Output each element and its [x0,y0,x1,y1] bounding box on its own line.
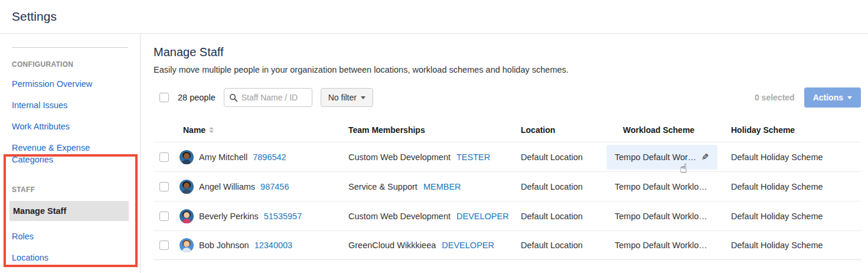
staff-id-link[interactable]: 12340003 [254,240,293,250]
location-value: Default Location [521,240,583,250]
staff-name: Beverly Perkins [199,212,259,221]
app-header: Settings [0,0,868,34]
column-header[interactable]: Holiday Scheme [731,125,861,135]
settings-sidebar: CONFIGURATION Permission Overview Intern… [0,34,141,273]
holiday-scheme-value: Default Holiday Scheme [731,182,823,191]
sidebar-section-heading-configuration: CONFIGURATION [12,60,128,69]
people-count: 28 people [178,93,216,102]
caret-down-icon [847,96,852,99]
avatar-face [184,241,190,247]
staff-id-link[interactable]: 51535957 [264,212,302,221]
sidebar-divider [12,47,128,48]
team-name: Custom Web Development [348,152,451,162]
team-name: Service & Support [348,182,417,191]
column-header-label: Team Memberships [348,125,425,135]
staff-toolbar: 28 people No filter 0 selected Actions [154,87,861,108]
sidebar-item[interactable]: Internal Issues [12,99,116,111]
row-checkbox[interactable] [159,182,169,191]
workload-scheme-cell[interactable]: Tempo Default Worklo… ✎ [606,175,716,199]
holiday-scheme-value: Default Holiday Scheme [731,152,823,162]
workload-scheme-value: Tempo Default Wor… [615,152,696,162]
main-content: Manage Staff Easily move multiple people… [141,34,868,273]
staff-id-link[interactable]: 7896542 [253,152,286,162]
sidebar-item[interactable]: Manage Staff [9,201,129,221]
row-checkbox[interactable] [159,152,169,162]
column-header[interactable]: Location [521,125,623,135]
filter-dropdown-button[interactable]: No filter [321,88,373,107]
row-checkbox[interactable] [159,240,169,250]
workload-scheme-cell[interactable]: Tempo Default Worklo… ✎ [606,204,716,228]
avatar [180,150,194,164]
column-header-label: Name [183,125,205,135]
staff-name: Bob Johnson [199,240,249,250]
holiday-scheme-value: Default Holiday Scheme [731,212,823,221]
sidebar-item[interactable]: Locations [12,252,116,264]
location-value: Default Location [521,182,583,191]
column-header[interactable]: Team Memberships [348,125,521,135]
sidebar-item[interactable]: Work Attributes [12,121,116,132]
column-header-label: Location [521,125,555,135]
avatar-body [182,160,191,164]
staff-name: Angel Williams [199,182,255,191]
avatar-body [182,219,191,223]
avatar-body [182,189,191,194]
search-input[interactable] [242,93,306,102]
sidebar-item[interactable]: Revenue & Expense Categories [12,142,116,165]
staff-id-link[interactable]: 987456 [260,182,289,191]
staff-name: Amy Mitchell [199,152,247,162]
sort-icon[interactable] [209,127,214,133]
search-icon [229,93,238,102]
actions-label: Actions [813,93,843,102]
team-role-link[interactable]: TESTER [456,152,490,162]
staff-table: Name Team Memberships Location W [154,118,861,260]
avatar-face [184,183,190,188]
sidebar-item[interactable]: Roles [12,230,116,242]
actions-button[interactable]: Actions [804,87,861,108]
column-header[interactable]: Name [180,125,348,135]
workload-scheme-value: Tempo Default Worklo… [615,212,707,221]
section-description: Easily move multiple people in your orga… [154,65,861,74]
sidebar-section-heading-staff: STAFF [12,186,128,194]
avatar-face [184,212,190,218]
workload-scheme-value: Tempo Default Worklo… [615,240,707,250]
workload-scheme-value: Tempo Default Worklo… [615,182,707,191]
table-row: Angel Williams 987456 Service & Support … [154,171,861,201]
page-title: Settings [12,9,856,24]
location-value: Default Location [521,152,583,162]
edit-pencil-icon[interactable]: ✎ [701,152,709,162]
column-header[interactable]: Workload Scheme [623,125,731,135]
table-row: Bob Johnson 12340003 GreenCloud Wikkkiee… [154,230,861,260]
sidebar-item[interactable]: Permission Overview [12,78,116,90]
section-title: Manage Staff [154,46,861,59]
select-all-checkbox[interactable] [159,93,169,102]
row-checkbox[interactable] [159,212,169,221]
column-header-label: Workload Scheme [623,125,694,135]
staff-search-box[interactable] [224,88,312,107]
avatar-face [184,153,190,159]
filter-label: No filter [328,93,357,102]
selected-count: 0 selected [755,93,795,102]
holiday-scheme-value: Default Holiday Scheme [731,240,823,250]
team-role-link[interactable]: DEVELOPER [456,212,509,221]
avatar [180,209,194,223]
avatar [180,238,194,252]
workload-scheme-cell[interactable]: Tempo Default Wor… ✎ [606,145,717,170]
table-row: Amy Mitchell 7896542 Custom Web Developm… [154,142,861,171]
team-name: Custom Web Development [348,212,451,221]
caret-down-icon [361,96,366,99]
column-header-label: Holiday Scheme [731,125,795,135]
team-role-link[interactable]: MEMBER [423,182,461,191]
table-header-row: Name Team Memberships Location W [154,118,861,142]
table-row: Beverly Perkins 51535957 Custom Web Deve… [154,201,861,230]
avatar [180,180,194,194]
team-name: GreenCloud Wikkkieea [348,240,436,250]
team-role-link[interactable]: DEVELOPER [442,240,494,250]
workload-scheme-cell[interactable]: Tempo Default Worklo… ✎ [606,233,716,257]
location-value: Default Location [521,212,583,221]
avatar-body [182,248,191,252]
